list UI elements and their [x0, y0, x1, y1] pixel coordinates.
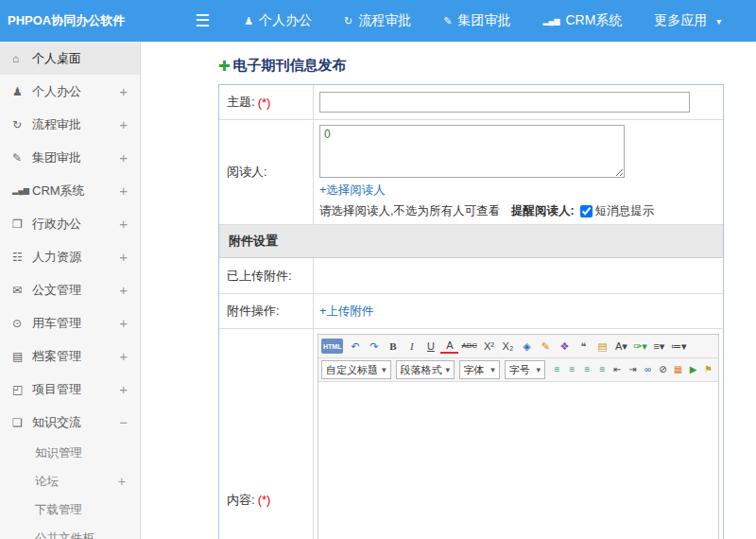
sidebar-sub-forum[interactable]: 论坛 + — [0, 467, 140, 496]
sidebar-item-label: 知识交流 — [32, 414, 119, 431]
uploaded-label-cell: 已上传附件: — [219, 258, 314, 293]
expand-toggle[interactable]: + — [119, 315, 128, 331]
subject-label: 主题: — [227, 94, 255, 111]
undo-button[interactable]: ↶ — [346, 337, 364, 356]
link-button[interactable]: ∞ — [641, 360, 655, 379]
paint-button[interactable]: ❖ — [556, 337, 574, 356]
expand-toggle[interactable]: + — [119, 216, 128, 232]
sidebar-sub-download-management[interactable]: 下载管理 — [0, 496, 140, 524]
sidebar-item-label: 流程审批 — [32, 116, 119, 133]
readers-row: 阅读人: 0 +选择阅读人 请选择阅读人,不选为所有人可查看 提醒阅读人: 短消… — [219, 120, 723, 225]
align-justify-button[interactable]: ≡ — [595, 360, 610, 379]
subscript-button[interactable]: X₂ — [499, 337, 517, 356]
heading-select[interactable]: 自定义标题 ▾ — [321, 360, 391, 379]
nav-crm-system[interactable]: ▂▄▆ CRM系统 — [542, 12, 622, 29]
sidebar-item-crm-system[interactable]: ▂▄▆ CRM系统 + — [0, 174, 140, 207]
expand-toggle[interactable]: + — [119, 348, 128, 364]
sidebar-item-personal-desktop[interactable]: ⌂ 个人桌面 — [0, 42, 140, 75]
sidebar-item-vehicle-management[interactable]: ⊙ 用车管理 + — [0, 306, 140, 339]
select-label: 自定义标题 — [326, 363, 378, 377]
sidebar-item-label: 人力资源 — [32, 249, 119, 266]
outdent-button[interactable]: ⇤ — [610, 360, 625, 379]
align-right-button[interactable]: ≡ — [580, 360, 594, 379]
bullet-list-dropdown[interactable]: ≡▾ — [650, 337, 668, 356]
ordered-list-dropdown[interactable]: ≔▾ — [669, 337, 689, 356]
sidebar-item-group-approval[interactable]: ✎ 集团审批 + — [0, 141, 140, 174]
sidebar-item-label: 用车管理 — [32, 315, 119, 332]
content-row: 内容: (*) HTML ↶ ↷ B I U A ABC X² X₂ — [219, 329, 723, 539]
font-family-select[interactable]: 字体 ▾ — [459, 360, 500, 379]
align-center-button[interactable]: ≡ — [565, 360, 579, 379]
sms-notify-checkbox[interactable] — [580, 205, 593, 217]
unlink-button[interactable]: ⊘ — [656, 360, 670, 379]
subject-row: 主题: (*) — [219, 85, 723, 120]
bold-button[interactable]: B — [384, 337, 402, 356]
expand-toggle[interactable]: + — [119, 381, 128, 397]
project-icon: ◰ — [12, 383, 32, 396]
sidebar-sub-knowledge-management[interactable]: 知识管理 — [0, 439, 140, 467]
collapse-toggle[interactable]: − — [119, 414, 128, 430]
redo-button[interactable]: ↷ — [365, 337, 383, 356]
subject-input[interactable] — [319, 92, 690, 113]
nav-workflow-approval[interactable]: ↻ 流程审批 — [344, 12, 411, 29]
expand-toggle[interactable]: + — [118, 474, 126, 489]
upload-attachment-link[interactable]: +上传附件 — [319, 304, 373, 320]
nav-group-approval[interactable]: ✎ 集团审批 — [443, 12, 510, 29]
media-button[interactable]: ▶ — [686, 360, 700, 379]
readers-hint-line: 请选择阅读人,不选为所有人可查看 提醒阅读人: 短消息提示 — [319, 203, 717, 219]
readers-textarea[interactable]: 0 — [319, 125, 625, 178]
flow-icon: ↻ — [344, 15, 352, 27]
nav-personal-office[interactable]: ♟ 个人办公 — [244, 12, 312, 29]
format-painter-button[interactable]: ✎ — [537, 337, 555, 356]
readers-label: 阅读人: — [227, 164, 267, 181]
expand-toggle[interactable]: + — [119, 116, 128, 132]
attachment-section-header: 附件设置 — [219, 225, 723, 258]
nav-more-apps[interactable]: 更多应用 ▾ — [654, 12, 721, 29]
editor-toolbar-row2: 自定义标题 ▾ 段落格式 ▾ 字体 ▾ 字号 ▾ — [318, 358, 718, 382]
chevron-down-icon: ▾ — [490, 365, 495, 374]
sidebar-item-document-management[interactable]: ✉ 公文管理 + — [0, 273, 140, 306]
expand-toggle[interactable]: + — [119, 249, 128, 265]
person-icon: ♟ — [12, 85, 32, 98]
select-readers-link[interactable]: +选择阅读人 — [319, 183, 386, 199]
map-button[interactable]: ⚑ — [701, 360, 715, 379]
remove-format-button[interactable]: ◈ — [518, 337, 536, 356]
expand-toggle[interactable]: + — [119, 83, 128, 99]
expand-toggle[interactable]: + — [119, 149, 128, 165]
sidebar-item-label: 个人桌面 — [32, 50, 128, 67]
sidebar-item-admin-office[interactable]: ❐ 行政办公 + — [0, 207, 140, 240]
indent-button[interactable]: ⇥ — [626, 360, 640, 379]
emotion-button[interactable]: ▤ — [593, 337, 611, 356]
editor-content-area[interactable] — [318, 382, 718, 539]
topbar: PHPOA协同办公软件 ☰ ♟ 个人办公 ↻ 流程审批 ✎ 集团审批 ▂▄▆ C… — [0, 0, 756, 42]
blockquote-button[interactable]: ❝ — [575, 337, 593, 356]
readers-hint: 请选择阅读人,不选为所有人可查看 — [319, 203, 500, 219]
sidebar-sub-public-file-cabinet[interactable]: 公共文件柜 — [0, 524, 140, 539]
paragraph-select[interactable]: 段落格式 ▾ — [396, 360, 455, 379]
image-button[interactable]: ▦ — [671, 360, 685, 379]
expand-toggle[interactable]: + — [119, 183, 128, 199]
html-source-button[interactable]: HTML — [321, 339, 343, 354]
align-left-button[interactable]: ≡ — [550, 360, 564, 379]
font-color-button[interactable]: A — [440, 339, 458, 354]
desktop-icon: ⌂ — [12, 52, 32, 65]
readers-label-cell: 阅读人: — [219, 120, 314, 224]
sidebar-item-knowledge-exchange[interactable]: ❏ 知识交流 − — [0, 406, 140, 439]
sidebar-item-archive-management[interactable]: ▤ 档案管理 + — [0, 339, 140, 373]
operation-label-cell: 附件操作: — [219, 294, 314, 328]
backcolor-dropdown[interactable]: ✑▾ — [631, 337, 649, 356]
forecolor-dropdown[interactable]: A▾ — [612, 337, 630, 356]
sidebar-item-personal-office[interactable]: ♟ 个人办公 + — [0, 75, 140, 108]
underline-button[interactable]: U — [421, 337, 439, 356]
expand-toggle[interactable]: + — [119, 282, 128, 298]
italic-button[interactable]: I — [403, 337, 421, 356]
sidebar-item-project-management[interactable]: ◰ 项目管理 + — [0, 373, 140, 406]
top-navigation: ♟ 个人办公 ↻ 流程审批 ✎ 集团审批 ▂▄▆ CRM系统 更多应用 ▾ — [244, 12, 721, 29]
font-size-select[interactable]: 字号 ▾ — [505, 360, 545, 379]
sidebar-item-human-resources[interactable]: ☷ 人力资源 + — [0, 240, 140, 273]
superscript-button[interactable]: X² — [480, 337, 498, 356]
sidebar-item-workflow-approval[interactable]: ↻ 流程审批 + — [0, 108, 140, 141]
strikethrough-button[interactable]: ABC — [459, 337, 478, 356]
sidebar-item-label: 公文管理 — [32, 282, 119, 299]
hamburger-menu-icon[interactable]: ☰ — [195, 12, 210, 29]
